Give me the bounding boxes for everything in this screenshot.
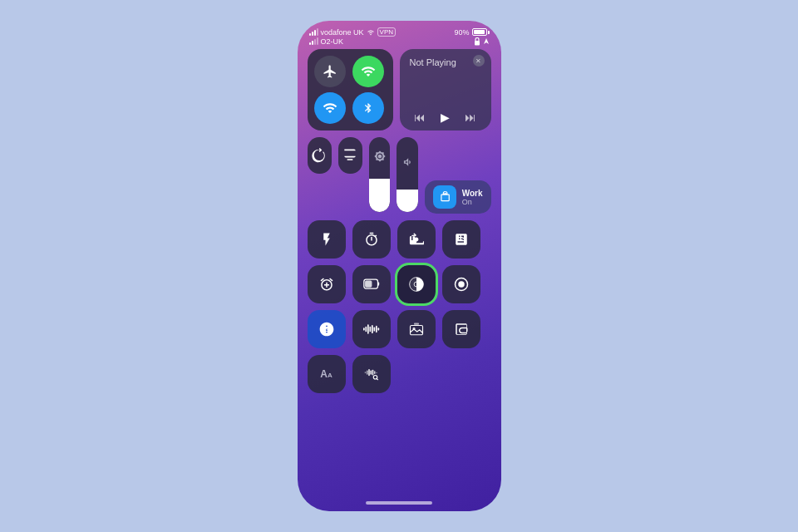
svg-rect-12 [367,324,369,334]
now-playing-title: Not Playing [410,57,481,67]
brightness-icon [374,150,386,162]
now-playing-widget: ✕ Not Playing ⏮ ▶ ⏭ [400,49,491,131]
voice-memo-icon [363,323,380,336]
wallet-button[interactable] [442,310,480,348]
screen-record-button[interactable] [442,265,480,303]
text-size-icon: AA [320,368,332,380]
svg-rect-18 [410,326,422,335]
svg-line-30 [377,379,377,380]
wifi-status-icon [367,29,375,36]
wifi-button[interactable] [314,92,346,124]
status-left: vodafone UK VPN O2-UK [309,27,397,46]
svg-rect-13 [369,327,371,332]
svg-rect-0 [475,41,480,46]
signal-bars-1 [309,29,318,36]
svg-rect-15 [373,328,375,332]
row-top: ✕ Not Playing ⏮ ▶ ⏭ [308,49,491,131]
volume-slider[interactable] [397,137,417,212]
svg-rect-28 [376,372,377,374]
svg-rect-10 [363,328,365,330]
screen-mirror-button[interactable] [338,137,362,174]
brightness-fill [369,179,390,213]
row-2: Work On [308,137,491,214]
svg-rect-4 [377,283,379,286]
svg-rect-3 [365,280,372,287]
dark-mode-button[interactable] [397,265,436,303]
volume-icon [401,156,413,168]
camera-button[interactable] [397,220,436,259]
voice-memo-button[interactable] [352,310,391,348]
vpn-badge: VPN [377,27,396,37]
focus-work-label: Work [462,189,483,198]
carrier1-label: vodafone UK [321,28,364,37]
svg-rect-16 [376,326,377,332]
carrier2-label: O2-UK [321,37,344,46]
battery-icon [472,28,490,36]
airplane-mode-button[interactable] [314,56,346,87]
status-right: 90% [454,28,489,46]
svg-rect-26 [372,370,373,376]
connectivity-box [308,49,393,131]
svg-rect-24 [368,369,370,376]
battery-pct: 90% [454,28,469,37]
home-indicator [366,501,432,505]
svg-rect-22 [364,372,366,373]
row-4 [308,265,491,303]
location-status-icon [483,37,490,46]
row-5: S [308,310,491,348]
svg-rect-20 [414,323,419,325]
cellular-button[interactable] [352,56,384,87]
right-column: Work On [425,137,491,214]
play-button[interactable]: ▶ [441,111,450,124]
shazam-button[interactable]: S [308,310,346,348]
focus-work-button[interactable]: Work On [425,180,491,214]
text-size-button[interactable]: AA [308,355,346,393]
svg-marker-1 [484,38,489,44]
row-6: AA [308,355,491,393]
svg-rect-23 [367,371,368,375]
focus-work-icon [433,185,456,209]
low-power-mode-button[interactable] [352,265,391,303]
orientation-lock-button[interactable] [308,137,332,174]
svg-rect-11 [365,327,367,332]
bluetooth-button[interactable] [352,92,384,124]
focus-work-status: On [462,198,483,206]
focus-work-text: Work On [462,189,483,206]
wallet-icon [454,322,469,337]
svg-point-21 [461,330,463,332]
signal-bars-2 [309,38,318,45]
svg-point-8 [458,281,465,288]
flashlight-button[interactable] [308,220,346,259]
timer-button[interactable] [352,220,391,259]
svg-rect-27 [374,371,376,374]
volume-fill [397,190,417,212]
dark-mode-icon [408,276,425,293]
alarm-button[interactable] [308,265,346,303]
shazam-icon: S [318,321,335,337]
now-playing-controls: ⏮ ▶ ⏭ [410,111,481,124]
brightness-slider[interactable] [369,137,390,212]
svg-rect-17 [377,328,379,330]
phone-frame: vodafone UK VPN O2-UK [298,21,501,511]
svg-text:S: S [324,325,329,333]
svg-rect-14 [372,325,373,333]
voice-control-icon [364,367,379,382]
calculator-button[interactable] [442,220,480,259]
next-button[interactable]: ⏭ [465,111,476,124]
prev-button[interactable]: ⏮ [414,111,426,124]
status-bar: vodafone UK VPN O2-UK [298,21,501,49]
lock-status-icon [474,37,480,46]
photos-icon [409,322,424,337]
now-playing-close[interactable]: ✕ [473,55,485,66]
voice-control-button[interactable] [352,355,391,393]
control-center-panel: ✕ Not Playing ⏮ ▶ ⏭ [308,49,491,393]
svg-rect-25 [370,371,372,375]
photos-button[interactable] [397,310,436,348]
row-3 [308,220,491,259]
